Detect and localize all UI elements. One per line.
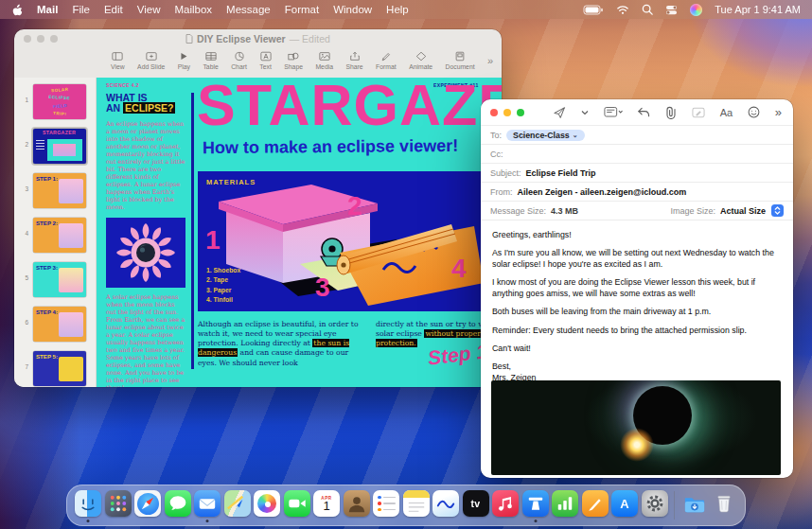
- column-divider: [191, 93, 194, 369]
- slide-thumbnail-5[interactable]: 5STEP 3:: [14, 260, 96, 299]
- close-button[interactable]: [24, 35, 31, 43]
- materials-panel: MATERIALS: [198, 171, 484, 311]
- dock-music[interactable]: [491, 489, 520, 521]
- tv-label: tv: [463, 490, 489, 517]
- toolbar-view-button[interactable]: View: [111, 51, 125, 70]
- dock-notes[interactable]: [402, 489, 431, 521]
- toolbar-chart-button[interactable]: Chart: [231, 51, 247, 70]
- slide-thumbnail-2[interactable]: 2STARGAZER: [14, 127, 96, 166]
- close-button[interactable]: [490, 109, 498, 116]
- menu-format[interactable]: Format: [285, 4, 319, 15]
- dock-trash[interactable]: [710, 489, 738, 521]
- from-field[interactable]: From: Aileen Zeigen - aileen.zeigen@iclo…: [481, 183, 793, 202]
- slide-thumbnail-4[interactable]: 4STEP 2:: [14, 216, 96, 255]
- dock: APR1 tv A: [66, 485, 746, 526]
- menu-message[interactable]: Message: [226, 4, 271, 15]
- slide-thumbnail-1[interactable]: 1SOLARECLIPSEFIELDTRIP!: [14, 82, 96, 121]
- subject-field[interactable]: Subject: Eclipse Field Trip: [481, 164, 793, 183]
- from-value: Aileen Zeigen - aileen.zeigen@icloud.com: [518, 187, 687, 197]
- slide-thumbnail-3[interactable]: 3STEP 1:: [14, 171, 96, 210]
- wifi-icon[interactable]: [616, 5, 629, 15]
- slide-thumbnail-7[interactable]: 7STEP 5:: [14, 349, 96, 387]
- dock-downloads[interactable]: [680, 489, 709, 521]
- message-body-editor[interactable]: Greetings, earthlings!As I'm sure you al…: [481, 220, 793, 383]
- menu-app-name[interactable]: Mail: [37, 4, 58, 15]
- slide-thumbnail-6[interactable]: 6STEP 4:: [14, 305, 96, 344]
- send-icon[interactable]: [553, 106, 566, 119]
- subject-value: Eclipse Field Trip: [526, 168, 596, 178]
- menu-view[interactable]: View: [137, 4, 161, 15]
- markup-icon[interactable]: [692, 107, 705, 118]
- dock-maps[interactable]: [223, 489, 252, 521]
- dock-appstore[interactable]: A: [610, 489, 639, 521]
- toolbar-add-slide-button[interactable]: Add Slide: [137, 51, 165, 70]
- dock-safari[interactable]: [133, 489, 162, 521]
- menu-help[interactable]: Help: [386, 4, 409, 15]
- diamond-ring-flare: [620, 428, 654, 462]
- mail-toolbar[interactable]: Aa »: [481, 99, 793, 126]
- recipient-token[interactable]: Science-Class⌄: [506, 130, 585, 141]
- dock-mail[interactable]: [193, 489, 221, 521]
- menu-window[interactable]: Window: [333, 4, 372, 15]
- header-fields-icon[interactable]: [604, 106, 623, 118]
- dock-contacts[interactable]: [343, 489, 371, 521]
- pages-icon: [582, 490, 609, 517]
- search-icon[interactable]: [642, 4, 653, 15]
- send-options-chevron-icon[interactable]: [581, 110, 589, 115]
- cc-field[interactable]: Cc:: [481, 145, 793, 164]
- menu-file[interactable]: File: [72, 4, 90, 15]
- keynote-toolbar: View Add Slide Play Table Chart Text Sha…: [14, 48, 502, 80]
- minimize-button[interactable]: [503, 109, 511, 116]
- toolbar-overflow-icon[interactable]: »: [487, 55, 493, 66]
- dock-finder[interactable]: [74, 489, 102, 521]
- toolbar-play-button[interactable]: Play: [178, 51, 190, 70]
- toolbar-overflow-icon[interactable]: »: [775, 105, 782, 119]
- toolbar-share-button[interactable]: Share: [345, 51, 362, 70]
- menu-edit[interactable]: Edit: [104, 4, 123, 15]
- dock-launchpad[interactable]: [104, 489, 132, 521]
- menu-bar-clock[interactable]: Tue Apr 1 9:41 AM: [715, 4, 801, 15]
- eclipse-photo-attachment[interactable]: [491, 380, 781, 475]
- toolbar-media-button[interactable]: Media: [315, 51, 333, 70]
- dock-messages[interactable]: [164, 489, 192, 521]
- toolbar-text-button[interactable]: Text: [259, 51, 271, 70]
- dock-reminders[interactable]: [372, 489, 400, 521]
- zoom-button[interactable]: [50, 35, 58, 43]
- table-icon: [205, 51, 217, 62]
- dock-facetime[interactable]: [283, 489, 311, 521]
- dock-photos[interactable]: [253, 489, 281, 521]
- dock-tv[interactable]: tv: [462, 489, 490, 521]
- control-center-icon[interactable]: [665, 5, 678, 15]
- trash-icon: [711, 490, 737, 517]
- dock-numbers[interactable]: [551, 489, 579, 521]
- apple-menu-icon[interactable]: [11, 4, 23, 16]
- desktop: Mail FileEditViewMailboxMessageFormatWin…: [0, 0, 812, 529]
- format-text-icon[interactable]: Aa: [720, 107, 733, 118]
- minimize-button[interactable]: [37, 35, 44, 43]
- toolbar-document-button[interactable]: Document: [446, 51, 475, 70]
- zoom-button[interactable]: [517, 109, 524, 116]
- battery-icon[interactable]: [583, 5, 604, 15]
- dock-freeform[interactable]: [432, 489, 460, 521]
- slide-canvas[interactable]: SCIENCE 4.2 EXPERIMENT #11 WHAT IS AN EC…: [97, 78, 502, 387]
- toolbar-shape-button[interactable]: Shape: [284, 51, 303, 70]
- siri-icon[interactable]: [690, 4, 702, 16]
- slide-number: 5: [14, 260, 31, 281]
- token-chevron-icon: ⌄: [573, 132, 578, 139]
- toolbar-format-button[interactable]: Format: [376, 51, 397, 70]
- mail-compose-window: Aa » To: Science-Class⌄ Cc: Subject: Ecl…: [481, 99, 793, 478]
- emoji-icon[interactable]: [748, 106, 760, 118]
- image-size-dropdown[interactable]: [771, 204, 784, 217]
- dock-pages[interactable]: [581, 489, 609, 521]
- svg-text:4: 4: [451, 254, 467, 283]
- dock-settings[interactable]: [641, 489, 669, 521]
- toolbar-table-button[interactable]: Table: [203, 51, 218, 70]
- menu-mailbox[interactable]: Mailbox: [174, 4, 212, 15]
- toolbar-animate-button[interactable]: Animate: [409, 51, 432, 70]
- to-field[interactable]: To: Science-Class⌄: [481, 126, 793, 145]
- keynote-titlebar[interactable]: DIY Eclipse Viewer — Edited: [14, 29, 502, 48]
- dock-keynote[interactable]: [521, 489, 550, 521]
- attach-icon[interactable]: [665, 106, 677, 119]
- reply-icon[interactable]: [637, 106, 650, 118]
- dock-calendar[interactable]: APR1: [312, 489, 341, 521]
